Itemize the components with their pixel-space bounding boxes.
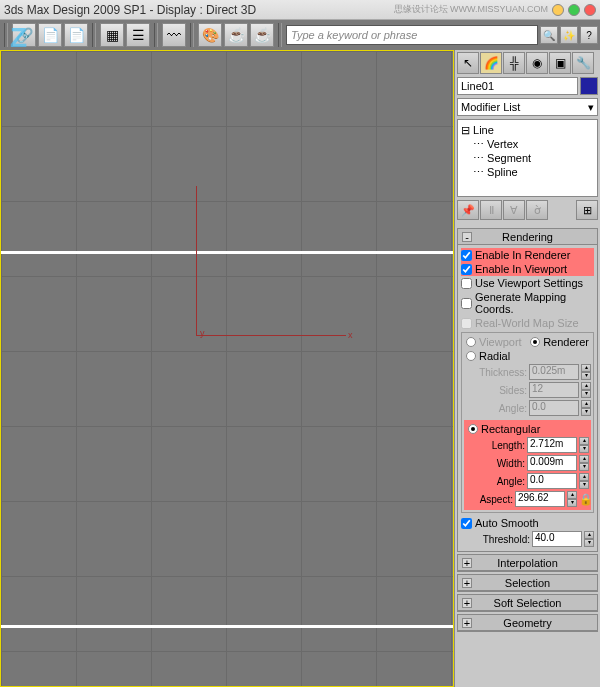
real-world-checkbox	[461, 318, 472, 329]
grid-icon[interactable]: ▦	[100, 23, 124, 47]
threshold-input[interactable]: 40.0	[532, 531, 582, 547]
angle2-spinner[interactable]: ▴▾	[579, 473, 589, 489]
selection-rollout-header[interactable]: +Selection	[458, 575, 597, 591]
interpolation-rollout-header[interactable]: +Interpolation	[458, 555, 597, 571]
threshold-spinner[interactable]: ▴▾	[584, 531, 594, 547]
object-name-input[interactable]: Line01	[457, 77, 578, 95]
command-panel: ↖ 🌈 ╬ ◉ ▣ 🔧 Line01 Modifier List▾ ⊟ Line…	[454, 50, 600, 687]
tab-motion[interactable]: ◉	[526, 52, 548, 74]
search-input[interactable]: Type a keyword or phrase	[286, 25, 538, 45]
viewport[interactable]: y x	[0, 50, 454, 687]
render-icon[interactable]: 🎨	[198, 23, 222, 47]
close-button[interactable]	[584, 4, 596, 16]
modifier-stack[interactable]: ⊟ Line ⋯ Vertex ⋯ Segment ⋯ Spline	[457, 119, 598, 197]
tab-modify[interactable]: 🌈	[480, 52, 502, 74]
gen-mapping-checkbox[interactable]	[461, 298, 472, 309]
lock-icon[interactable]: 🔒	[579, 493, 589, 506]
radial-radio[interactable]	[466, 351, 476, 361]
width-input[interactable]: 0.009m	[527, 455, 577, 471]
tab-hierarchy[interactable]: ╬	[503, 52, 525, 74]
length-spinner[interactable]: ▴▾	[579, 437, 589, 453]
app-title: 3ds Max Design 2009 SP1 - Display : Dire…	[4, 3, 256, 17]
teapot-icon[interactable]: ☕	[224, 23, 248, 47]
teapot2-icon[interactable]: ☕	[250, 23, 274, 47]
enable-renderer-checkbox[interactable]	[461, 250, 472, 261]
show-result-icon[interactable]: Ⅱ	[480, 200, 502, 220]
renderer-radio[interactable]	[530, 337, 540, 347]
spline-object-1[interactable]	[1, 251, 453, 254]
axis-y-label: y	[200, 328, 205, 338]
layers-icon[interactable]: ☰	[126, 23, 150, 47]
minimize-button[interactable]	[552, 4, 564, 16]
main-toolbar: 🔗 📄 📄 ▦ ☰ 〰 🎨 ☕ ☕ Type a keyword or phra…	[0, 20, 600, 50]
viewport-radio[interactable]	[466, 337, 476, 347]
aspect-input[interactable]: 296.62	[515, 491, 565, 507]
enable-viewport-checkbox[interactable]	[461, 264, 472, 275]
help-icon[interactable]: ?	[580, 26, 598, 44]
search-icon[interactable]: 🔍	[540, 26, 558, 44]
sides-input: 12	[529, 382, 579, 398]
spline-object-2[interactable]	[1, 625, 453, 628]
tab-display[interactable]: ▣	[549, 52, 571, 74]
remove-icon[interactable]: ờ	[526, 200, 548, 220]
auto-smooth-checkbox[interactable]	[461, 518, 472, 529]
tab-utilities[interactable]: 🔧	[572, 52, 594, 74]
make-unique-icon[interactable]: ∀	[503, 200, 525, 220]
thickness-input: 0.025m	[529, 364, 579, 380]
configure-icon[interactable]: ⊞	[576, 200, 598, 220]
use-viewport-checkbox[interactable]	[461, 278, 472, 289]
watermark: 思缘设计论坛 WWW.MISSYUAN.COM	[394, 3, 549, 16]
object-color-swatch[interactable]	[580, 77, 598, 95]
aspect-spinner[interactable]: ▴▾	[567, 491, 577, 507]
soft-selection-rollout-header[interactable]: +Soft Selection	[458, 595, 597, 611]
axis-x-label: x	[348, 330, 353, 340]
angle2-input[interactable]: 0.0	[527, 473, 577, 489]
chevron-down-icon: ▾	[588, 101, 594, 114]
logo: Z	[10, 22, 50, 52]
sparkle-icon[interactable]: ✨	[560, 26, 578, 44]
length-input[interactable]: 2.712m	[527, 437, 577, 453]
modifier-list-dropdown[interactable]: Modifier List▾	[457, 98, 598, 116]
rendering-rollout-header[interactable]: - Rendering	[458, 229, 597, 245]
tab-create[interactable]: ↖	[457, 52, 479, 74]
viewport-grid	[1, 51, 453, 686]
collapse-icon: -	[462, 232, 472, 242]
pin-stack-icon[interactable]: 📌	[457, 200, 479, 220]
geometry-rollout-header[interactable]: +Geometry	[458, 615, 597, 631]
width-spinner[interactable]: ▴▾	[579, 455, 589, 471]
angle-input: 0.0	[529, 400, 579, 416]
rectangular-radio[interactable]	[468, 424, 478, 434]
curve-icon[interactable]: 〰	[162, 23, 186, 47]
doc2-icon[interactable]: 📄	[64, 23, 88, 47]
maximize-button[interactable]	[568, 4, 580, 16]
